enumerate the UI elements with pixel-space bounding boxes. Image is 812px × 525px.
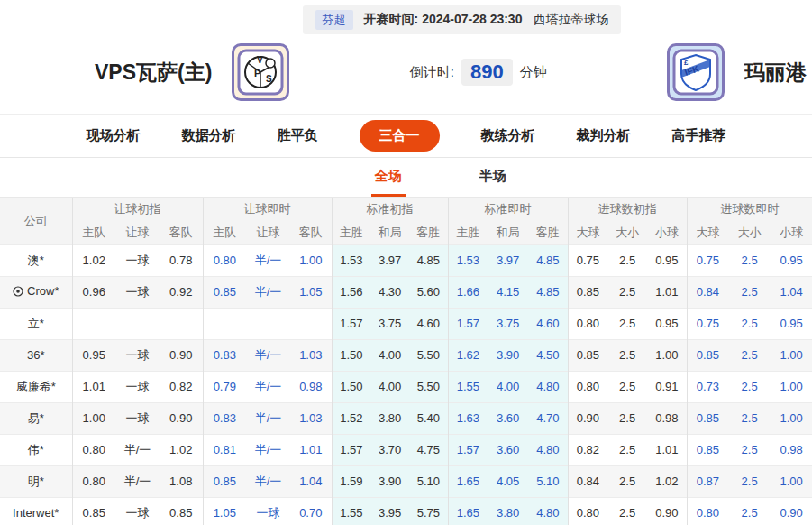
odds-cell: 半/一 xyxy=(246,465,290,497)
odds-cell: 2.5 xyxy=(607,276,647,308)
odds-cell: 1.52 xyxy=(332,402,370,434)
odds-cell: 1.05 xyxy=(203,497,246,525)
nav-tab-现场分析[interactable]: 现场分析 xyxy=(87,127,141,144)
nav-tab-胜平负[interactable]: 胜平负 xyxy=(278,127,318,144)
odds-cell: 2.5 xyxy=(607,434,647,465)
odds-cell: 1.00 xyxy=(771,339,812,371)
league-badge: 芬超 xyxy=(315,10,353,30)
countdown-value: 890 xyxy=(461,59,513,86)
sub-header-进球数初指-大小: 大小 xyxy=(607,221,647,244)
match-info-strip: 芬超 开赛时间: 2024-07-28 23:30 西塔拉蒂球场 xyxy=(303,5,622,34)
odds-cell: 4.85 xyxy=(528,276,568,308)
odds-cell: 一球 xyxy=(246,497,290,525)
sub-header-让球初指-客队: 客队 xyxy=(160,221,203,244)
company-name[interactable]: Crow* xyxy=(0,276,72,308)
odds-cell: 0.83 xyxy=(203,402,246,434)
odds-cell: 半/一 xyxy=(115,465,160,497)
svg-text:S: S xyxy=(266,74,272,84)
company-name[interactable]: 36* xyxy=(0,339,72,371)
odds-cell: 0.82 xyxy=(160,371,203,402)
odds-cell: 3.80 xyxy=(370,402,409,434)
company-name[interactable]: 威廉希* xyxy=(0,371,72,402)
odds-cell: 5.60 xyxy=(409,276,448,308)
nav-tab-高手推荐[interactable]: 高手推荐 xyxy=(672,127,726,144)
odds-cell: 1.04 xyxy=(771,276,812,308)
nav-tab-教练分析[interactable]: 教练分析 xyxy=(481,127,535,144)
odds-cell: 5.50 xyxy=(409,371,448,402)
odds-cell: 3.95 xyxy=(370,497,409,525)
col-header-company: 公司 xyxy=(0,198,72,244)
odds-row-36*: 36*0.95一球0.900.83半/一1.031.504.005.501.62… xyxy=(0,339,812,371)
odds-cell: 0.80 xyxy=(568,497,607,525)
home-team-name: VPS瓦萨(主) xyxy=(95,59,212,87)
countdown-unit: 分钟 xyxy=(520,64,547,81)
company-name[interactable]: 易* xyxy=(0,402,72,434)
odds-cell: 0.80 xyxy=(72,434,115,465)
odds-cell: 0.85 xyxy=(687,434,728,465)
odds-cell: 1.62 xyxy=(448,339,488,371)
odds-cell: 0.92 xyxy=(160,276,203,308)
odds-cell: 1.53 xyxy=(448,244,488,276)
nav-tab-数据分析[interactable]: 数据分析 xyxy=(182,127,236,144)
away-team-logo: IFK £ xyxy=(667,43,725,101)
odds-cell xyxy=(115,308,160,339)
odds-row-Crow*: Crow*0.96一球0.920.85半/一1.051.564.305.601.… xyxy=(0,276,812,308)
odds-cell: 0.98 xyxy=(771,434,812,465)
odds-cell: 1.00 xyxy=(647,339,687,371)
kickoff-time: 开赛时间: 2024-07-28 23:30 xyxy=(364,12,523,28)
nav-tab-裁判分析[interactable]: 裁判分析 xyxy=(577,127,631,144)
odds-cell: 0.85 xyxy=(203,276,246,308)
odds-cell: 0.73 xyxy=(687,371,728,402)
svg-text:P: P xyxy=(254,68,260,78)
subtab-全场[interactable]: 全场 xyxy=(371,168,406,197)
odds-cell: 半/一 xyxy=(115,434,160,465)
odds-cell: 2.5 xyxy=(607,402,647,434)
odds-cell: 4.60 xyxy=(409,308,448,339)
group-header-进球数初指: 进球数初指 xyxy=(568,198,687,221)
odds-cell: 0.85 xyxy=(72,497,115,525)
odds-cell: 4.60 xyxy=(528,308,568,339)
company-name[interactable]: Interwet* xyxy=(0,497,72,525)
company-name[interactable]: 伟* xyxy=(0,434,72,465)
odds-cell: 1.00 xyxy=(72,402,115,434)
odds-cell: 0.95 xyxy=(647,308,687,339)
odds-cell: 4.70 xyxy=(528,402,568,434)
odds-cell: 0.81 xyxy=(203,434,246,465)
odds-cell: 2.5 xyxy=(728,402,771,434)
odds-cell: 0.90 xyxy=(647,497,687,525)
odds-cell: 4.85 xyxy=(409,244,448,276)
company-name[interactable]: 明* xyxy=(0,465,72,497)
vps-crest-icon: V P S xyxy=(237,49,284,96)
odds-cell: 0.82 xyxy=(568,434,607,465)
odds-cell: 2.5 xyxy=(728,465,771,497)
company-name[interactable]: 立* xyxy=(0,308,72,339)
odds-cell: 1.55 xyxy=(332,497,370,525)
subtab-半场[interactable]: 半场 xyxy=(476,168,510,197)
odds-cell: 一球 xyxy=(115,371,160,402)
sub-header-让球即时-主队: 主队 xyxy=(203,221,246,244)
kickoff-value: 2024-07-28 23:30 xyxy=(422,12,522,26)
odds-cell: 0.85 xyxy=(568,339,607,371)
odds-cell: 1.00 xyxy=(771,371,812,402)
odds-cell: 2.5 xyxy=(728,339,771,371)
odds-row-伟*: 伟*0.80半/一1.020.81半/一1.011.573.704.751.57… xyxy=(0,434,812,465)
odds-cell: 1.01 xyxy=(290,434,332,465)
odds-cell: 0.83 xyxy=(203,339,246,371)
odds-cell: 0.90 xyxy=(771,497,812,525)
odds-cell: 0.85 xyxy=(203,465,246,497)
ifk-crest-icon: IFK £ xyxy=(672,49,719,96)
odds-cell: 0.84 xyxy=(568,465,607,497)
odds-cell: 1.59 xyxy=(332,465,370,497)
odds-cell xyxy=(72,308,115,339)
odds-cell: 5.40 xyxy=(409,402,448,434)
odds-table: 公司让球初指让球即时标准初指标准即时进球数初指进球数即时主队让球客队主队让球客队… xyxy=(0,198,812,525)
odds-cell: 4.00 xyxy=(370,339,409,371)
odds-cell: 0.85 xyxy=(687,402,728,434)
odds-cell: 1.56 xyxy=(332,276,370,308)
company-name[interactable]: 澳* xyxy=(0,244,72,276)
odds-cell: 0.90 xyxy=(568,402,607,434)
sub-header-进球数初指-小球: 小球 xyxy=(647,221,687,244)
nav-tab-三合一[interactable]: 三合一 xyxy=(360,120,440,152)
odds-cell: 4.75 xyxy=(409,434,448,465)
odds-cell: 0.80 xyxy=(203,244,246,276)
